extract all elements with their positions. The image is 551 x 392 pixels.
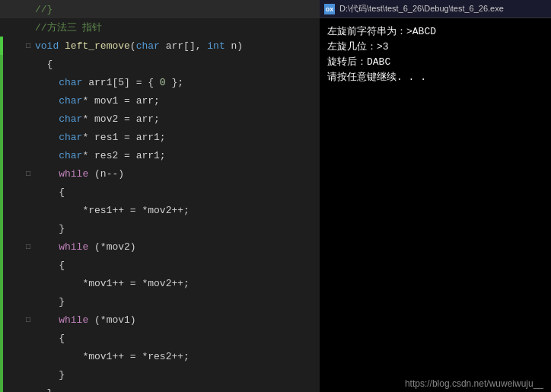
footer-link: https://blog.csdn.net/wuweiwuju__ [405, 378, 543, 389]
code-line-14: □ while (*mov2) [0, 237, 320, 256]
code-line-5: char arr1[5] = { 0 }; [0, 73, 320, 91]
code-line-15: { [0, 256, 320, 274]
terminal-panel: ox D:\代码\test\test_6_26\Debug\test_6_26.… [320, 0, 551, 392]
code-line-20: *mov1++ = *res2++; [0, 347, 320, 365]
code-line-9: char* res2 = arr1; [0, 146, 320, 164]
code-line-19: { [0, 329, 320, 347]
code-line-4: { [0, 55, 320, 73]
code-line-10: □ while (n--) [0, 164, 320, 183]
code-line-3: □ void left_remove(char arr[], int n) [0, 37, 320, 55]
code-line-11: { [0, 183, 320, 201]
code-line-13: } [0, 219, 320, 237]
code-line-16: *mov1++ = *mov2++; [0, 274, 320, 292]
terminal-icon: ox [324, 4, 335, 14]
green-indicator-bar [0, 37, 3, 392]
code-editor: //} //方法三 指针 □ void left_remove(char arr… [0, 0, 320, 392]
code-line-17: } [0, 292, 320, 311]
terminal-footer: https://blog.csdn.net/wuweiwuju__ [320, 375, 551, 392]
terminal-output-1: 左旋前字符串为：>ABCD [327, 24, 543, 38]
terminal-title-text: D:\代码\test\test_6_26\Debug\test_6_26.exe [339, 3, 504, 14]
terminal-output-2: 左旋几位：>3 [327, 40, 543, 53]
code-line-7: char* mov2 = arr; [0, 110, 320, 128]
terminal-output-4: 请按任意键继续. . . [327, 70, 543, 84]
code-line-12: *res1++ = *mov2++; [0, 201, 320, 219]
code-line-1: //} [0, 0, 320, 18]
code-line-22: } [0, 384, 320, 392]
terminal-body: 左旋前字符串为：>ABCD 左旋几位：>3 旋转后：DABC 请按任意键继续. … [320, 18, 551, 375]
code-line-21: } [0, 365, 320, 384]
terminal-titlebar: ox D:\代码\test\test_6_26\Debug\test_6_26.… [320, 0, 551, 18]
code-line-8: char* res1 = arr1; [0, 128, 320, 146]
terminal-output-3: 旋转后：DABC [327, 55, 543, 69]
code-line-6: char* mov1 = arr; [0, 91, 320, 110]
code-line-18: □ while (*mov1) [0, 311, 320, 329]
code-line-2: //方法三 指针 [0, 18, 320, 37]
code-content: //} //方法三 指针 □ void left_remove(char arr… [0, 0, 320, 392]
